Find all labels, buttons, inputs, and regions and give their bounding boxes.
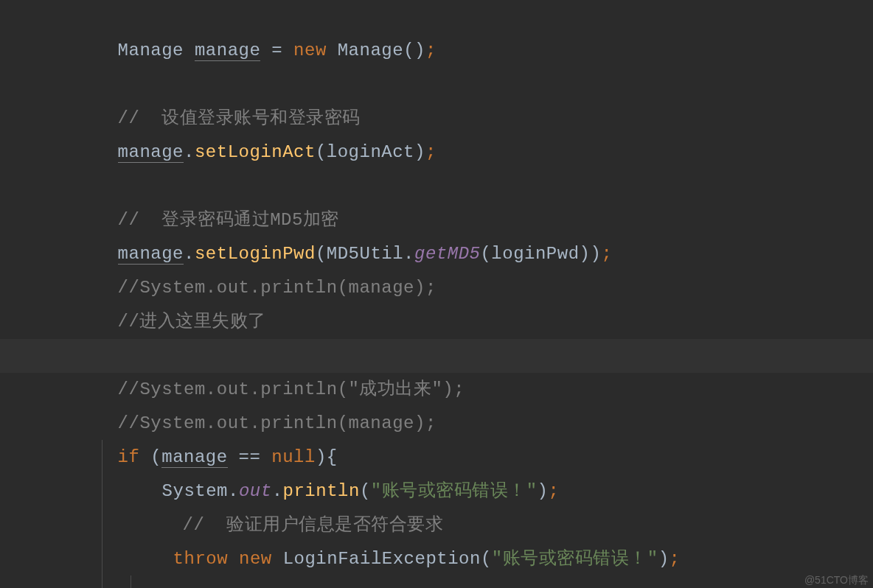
code-line: // 设值登录账号和登录密码 <box>0 68 873 102</box>
code-line: manage.setLoginAct(loginAct); <box>0 102 873 136</box>
code-line: // 登录密码通过MD5加密 <box>0 169 873 203</box>
watermark-label: @51CTO博客 <box>804 575 869 585</box>
code-line-current: //System.out.println("成功出来"); <box>0 339 873 373</box>
code-line: //System.out.println(manage); <box>0 373 873 407</box>
code-line: Manage manage = new Manage(); <box>0 0 873 34</box>
code-editor[interactable]: Manage manage = new Manage(); // 设值登录账号和… <box>0 0 873 588</box>
code-line: // 验证用户信息是否符合要求 <box>0 475 873 508</box>
code-line: //System.out.println(manage); <box>0 237 873 271</box>
code-line: manage = manageDao.selectManageLogin(man… <box>0 305 873 339</box>
code-line: throw new LoginFailException("账号或密码错误！")… <box>0 508 873 542</box>
code-line: System.out.println("账号或密码错误！"); <box>0 441 873 475</box>
code-line: //进入这里失败了 <box>0 271 873 305</box>
code-line: manage.setLoginPwd(MD5Util.getMD5(loginP… <box>0 203 873 237</box>
code-line <box>0 136 873 169</box>
code-line: // 验证失效时间 当前系统时间大于失效时间 <box>0 576 873 588</box>
code-line: if (manage == null){ <box>0 407 873 441</box>
code-line <box>0 542 873 576</box>
code-line <box>0 34 873 68</box>
